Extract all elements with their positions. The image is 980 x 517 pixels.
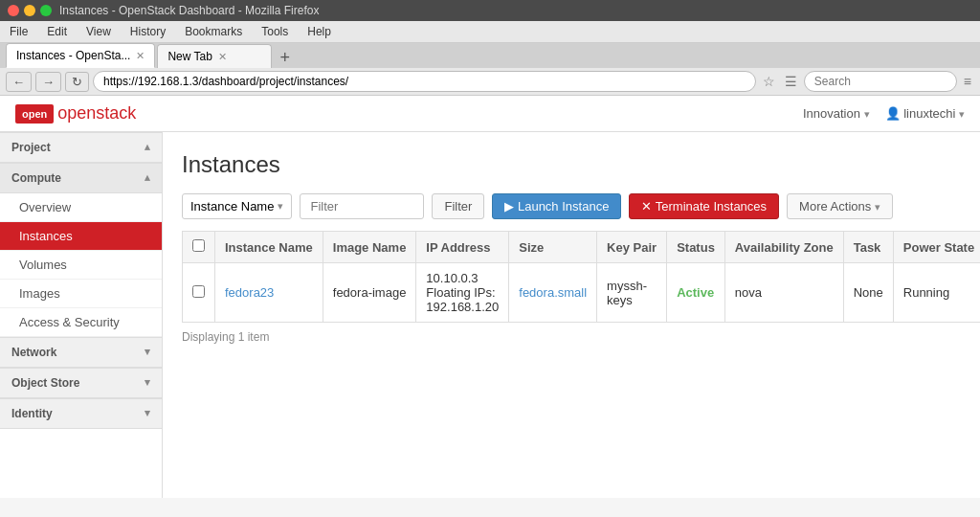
window-controls — [8, 5, 52, 16]
td-key-pair: myssh-keys — [597, 263, 667, 323]
browser-titlebar: Instances - OpenStack Dashboard - Mozill… — [0, 0, 980, 21]
table-header-row: Instance Name Image Name IP Address Size… — [183, 232, 981, 263]
username: linuxtechi — [903, 106, 955, 121]
url-bar[interactable] — [93, 71, 756, 92]
back-button[interactable]: ← — [6, 72, 32, 92]
maximize-button[interactable] — [40, 5, 52, 16]
user-dropdown-icon: ▾ — [959, 108, 965, 120]
th-image-name: Image Name — [323, 232, 416, 263]
sidebar-item-overview-label: Overview — [19, 200, 71, 214]
availability-zone-value: nova — [735, 285, 762, 300]
tab-instances[interactable]: Instances - OpenSta... ✕ — [6, 43, 155, 68]
reload-button[interactable]: ↻ — [65, 72, 89, 92]
tab-new-label: New Tab — [167, 50, 212, 63]
sidebar-item-images[interactable]: Images — [0, 280, 162, 308]
filter-button[interactable]: Filter — [432, 193, 484, 219]
sidebar-item-access-label: Access & Security — [19, 315, 120, 329]
sidebar-section-compute[interactable]: Compute ▴ — [0, 163, 162, 193]
displaying-count: Displaying 1 item — [182, 330, 961, 344]
th-size: Size — [509, 232, 597, 263]
select-all-checkbox[interactable] — [192, 239, 205, 252]
th-instance-name: Instance Name — [215, 232, 323, 263]
new-tab-button[interactable]: + — [274, 48, 296, 68]
td-power-state: Running — [893, 263, 980, 323]
row-checkbox[interactable] — [192, 285, 205, 298]
sidebar-item-instances-label: Instances — [19, 229, 73, 243]
status-badge: Active — [677, 285, 714, 300]
table-toolbar: Instance Name ▾ Filter ▶ Launch Instance… — [182, 193, 961, 219]
image-name-value: fedora-image — [333, 285, 407, 300]
bookmark-list-icon[interactable]: ☰ — [782, 72, 800, 91]
td-status: Active — [667, 263, 725, 323]
filter-select-label: Instance Name — [190, 199, 274, 214]
app-header: open openstack Innovation ▾ 👤 linuxtechi… — [0, 96, 980, 132]
more-actions-chevron-icon: ▾ — [875, 201, 880, 213]
sidebar-item-instances[interactable]: Instances — [0, 222, 162, 251]
th-power-state: Power State — [893, 232, 980, 263]
td-image-name: fedora-image — [323, 263, 416, 323]
network-chevron-icon: ▾ — [145, 346, 150, 359]
launch-instance-button[interactable]: ▶ Launch Instance — [492, 193, 621, 219]
th-availability-zone: Availability Zone — [724, 232, 843, 263]
menu-file[interactable]: File — [4, 23, 33, 40]
sidebar-section-network[interactable]: Network ▾ — [0, 337, 162, 368]
ip-floating-label: Floating IPs: — [426, 285, 495, 300]
th-checkbox — [183, 232, 215, 263]
sidebar-section-objectstore[interactable]: Object Store ▾ — [0, 368, 162, 398]
nav-menu-icon[interactable]: ≡ — [961, 72, 974, 91]
project-name: Innovation — [803, 106, 860, 121]
user-menu[interactable]: 👤 linuxtechi ▾ — [885, 106, 965, 121]
search-input[interactable] — [804, 71, 957, 92]
filter-input[interactable] — [300, 193, 424, 219]
power-state-value: Running — [903, 285, 949, 300]
more-actions-button[interactable]: More Actions ▾ — [787, 193, 893, 219]
menu-bar: File Edit View History Bookmarks Tools H… — [0, 21, 980, 43]
instance-name-link[interactable]: fedora23 — [225, 285, 274, 300]
sidebar-item-images-label: Images — [19, 286, 60, 301]
sidebar-section-objectstore-label: Object Store — [11, 376, 79, 390]
objectstore-chevron-icon: ▾ — [145, 376, 150, 390]
td-checkbox — [183, 263, 215, 323]
th-ip-address: IP Address — [416, 232, 509, 263]
sidebar-item-overview[interactable]: Overview — [0, 193, 162, 222]
project-dropdown-icon: ▾ — [864, 108, 870, 120]
sidebar-section-identity-label: Identity — [11, 407, 53, 420]
terminate-instances-button[interactable]: ✕ Terminate Instances — [629, 193, 779, 219]
td-task: None — [843, 263, 893, 323]
menu-bookmarks[interactable]: Bookmarks — [179, 23, 248, 40]
close-button[interactable] — [8, 5, 19, 16]
th-task: Task — [843, 232, 893, 263]
filter-select-chevron-icon: ▾ — [278, 200, 283, 213]
tab-close-new-icon[interactable]: ✕ — [218, 51, 227, 63]
tab-close-icon[interactable]: ✕ — [136, 50, 145, 62]
forward-button[interactable]: → — [35, 72, 61, 92]
td-ip-address: 10.10.0.3 Floating IPs: 192.168.1.20 — [416, 263, 509, 323]
ip-floating-value: 192.168.1.20 — [426, 300, 499, 314]
project-selector[interactable]: Innovation ▾ — [803, 106, 870, 121]
sidebar-item-volumes-label: Volumes — [19, 258, 67, 272]
size-link[interactable]: fedora.small — [519, 285, 587, 300]
bookmark-icon[interactable]: ☆ — [760, 72, 778, 91]
tab-bar: Instances - OpenSta... ✕ New Tab ✕ + — [0, 43, 980, 68]
tab-new-tab[interactable]: New Tab ✕ — [157, 44, 272, 68]
sidebar-section-project-label: Project — [11, 141, 51, 154]
sidebar-item-volumes[interactable]: Volumes — [0, 251, 162, 280]
filter-select[interactable]: Instance Name ▾ — [182, 193, 292, 219]
menu-edit[interactable]: Edit — [41, 23, 73, 40]
minimize-button[interactable] — [24, 5, 35, 16]
td-availability-zone: nova — [724, 263, 843, 323]
sidebar: Project ▴ Compute ▴ Overview Instances V… — [0, 132, 163, 498]
sidebar-section-project[interactable]: Project ▴ — [0, 132, 162, 163]
logo-box: open — [15, 104, 54, 124]
menu-history[interactable]: History — [124, 23, 171, 40]
menu-tools[interactable]: Tools — [256, 23, 294, 40]
sidebar-section-identity[interactable]: Identity ▾ — [0, 398, 162, 429]
logo-text: openstack — [57, 103, 136, 124]
app: open openstack Innovation ▾ 👤 linuxtechi… — [0, 96, 980, 498]
menu-view[interactable]: View — [80, 23, 117, 40]
sidebar-item-access-security[interactable]: Access & Security — [0, 308, 162, 337]
openstack-logo: open openstack — [15, 103, 136, 124]
tab-instances-label: Instances - OpenSta... — [16, 49, 130, 62]
menu-help[interactable]: Help — [301, 23, 337, 40]
task-value: None — [854, 285, 883, 300]
